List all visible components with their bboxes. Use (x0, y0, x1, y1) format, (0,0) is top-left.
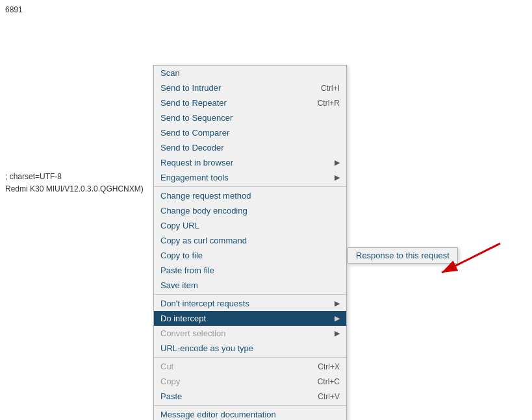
menu-item-copy: CopyCtrl+C (154, 374, 346, 389)
menu-arrow-dont-intercept: ▶ (335, 299, 340, 308)
menu-item-save-item[interactable]: Save item (154, 278, 346, 293)
menu-divider (154, 294, 346, 295)
bg-line1: ; charset=UTF-8 (5, 171, 144, 183)
menu-item-send-to-repeater[interactable]: Send to RepeaterCtrl+R (154, 95, 346, 110)
menu-arrow-engagement-tools: ▶ (335, 173, 340, 182)
menu-divider (154, 357, 346, 358)
menu-item-label-paste: Paste (160, 391, 182, 401)
menu-item-copy-as-curl[interactable]: Copy as curl command (154, 233, 346, 248)
menu-item-label-send-to-repeater: Send to Repeater (160, 98, 227, 108)
menu-item-label-copy: Copy (160, 377, 180, 386)
menu-item-label-message-editor-docs: Message editor documentation (160, 410, 276, 419)
menu-item-send-to-intruder[interactable]: Send to IntruderCtrl+I (154, 80, 346, 95)
menu-item-request-in-browser[interactable]: Request in browser▶ (154, 155, 346, 170)
background-text: ; charset=UTF-8 Redmi K30 MIUI/V12.0.3.0… (5, 171, 144, 195)
menu-item-label-copy-to-file: Copy to file (160, 251, 203, 260)
menu-item-label-scan: Scan (160, 68, 180, 78)
menu-item-label-send-to-sequencer: Send to Sequencer (160, 113, 233, 123)
menu-item-engagement-tools[interactable]: Engagement tools▶ (154, 170, 346, 185)
menu-item-copy-url[interactable]: Copy URL (154, 218, 346, 233)
menu-item-change-body-encoding[interactable]: Change body encoding (154, 203, 346, 218)
menu-item-label-save-item: Save item (160, 280, 198, 290)
menu-item-label-copy-as-curl: Copy as curl command (160, 236, 247, 245)
menu-item-label-send-to-intruder: Send to Intruder (160, 83, 221, 93)
menu-item-label-change-request-method: Change request method (160, 191, 251, 201)
menu-item-label-engagement-tools: Engagement tools (160, 173, 229, 182)
menu-item-label-change-body-encoding: Change body encoding (160, 206, 247, 216)
menu-item-label-request-in-browser: Request in browser (160, 158, 233, 167)
menu-shortcut-copy: Ctrl+C (318, 377, 340, 386)
menu-item-message-editor-docs[interactable]: Message editor documentation (154, 407, 346, 420)
menu-shortcut-paste: Ctrl+V (318, 392, 340, 401)
menu-item-scan[interactable]: Scan (154, 66, 346, 80)
menu-item-label-url-encode: URL-encode as you type (160, 343, 253, 353)
menu-item-label-send-to-decoder: Send to Decoder (160, 143, 224, 153)
menu-item-dont-intercept[interactable]: Don't intercept requests▶ (154, 296, 346, 311)
menu-item-label-do-intercept: Do intercept (160, 314, 206, 323)
page-number: 6891 (5, 5, 23, 14)
menu-item-label-paste-from-file: Paste from file (160, 266, 214, 275)
menu-arrow-request-in-browser: ▶ (335, 158, 340, 167)
menu-shortcut-cut: Ctrl+X (318, 362, 340, 371)
menu-item-label-copy-url: Copy URL (160, 221, 199, 230)
menu-arrow-convert-selection: ▶ (335, 329, 340, 338)
menu-item-send-to-sequencer[interactable]: Send to Sequencer (154, 110, 346, 125)
menu-item-cut: CutCtrl+X (154, 359, 346, 374)
menu-item-paste[interactable]: PasteCtrl+V (154, 389, 346, 404)
menu-item-label-dont-intercept: Don't intercept requests (160, 299, 249, 308)
menu-shortcut-send-to-repeater: Ctrl+R (318, 99, 340, 108)
menu-item-url-encode[interactable]: URL-encode as you type (154, 341, 346, 356)
menu-item-label-convert-selection: Convert selection (160, 328, 225, 338)
menu-divider (154, 405, 346, 406)
menu-shortcut-send-to-intruder: Ctrl+I (321, 84, 340, 93)
menu-item-paste-from-file[interactable]: Paste from file (154, 263, 346, 278)
red-arrow (429, 240, 507, 279)
menu-item-label-cut: Cut (160, 362, 173, 371)
menu-item-send-to-decoder[interactable]: Send to Decoder (154, 140, 346, 155)
menu-item-do-intercept[interactable]: Do intercept▶ (154, 311, 346, 326)
menu-item-copy-to-file[interactable]: Copy to file (154, 248, 346, 263)
menu-item-send-to-comparer[interactable]: Send to Comparer (154, 125, 346, 140)
menu-arrow-do-intercept: ▶ (335, 314, 340, 323)
menu-divider (154, 186, 346, 187)
menu-item-convert-selection: Convert selection▶ (154, 326, 346, 341)
bg-line2: Redmi K30 MIUI/V12.0.3.0.QGHCNXM) (5, 183, 144, 195)
menu-item-label-send-to-comparer: Send to Comparer (160, 128, 229, 138)
svg-line-1 (442, 243, 500, 273)
menu-item-change-request-method[interactable]: Change request method (154, 188, 346, 203)
context-menu: ScanSend to IntruderCtrl+ISend to Repeat… (153, 65, 347, 420)
